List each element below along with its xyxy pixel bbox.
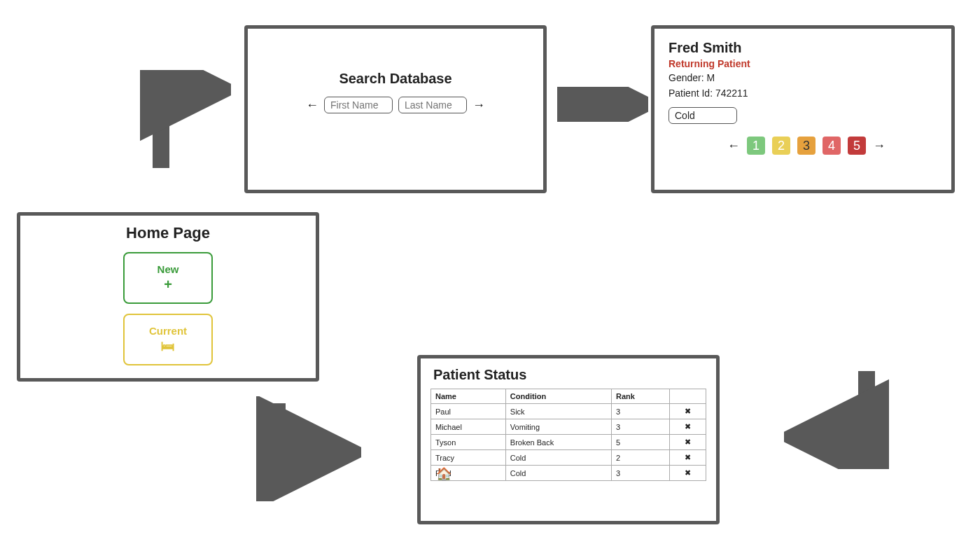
flow-arrow-home-to-search — [140, 70, 231, 175]
status-title: Patient Status — [433, 367, 716, 383]
last-name-input[interactable] — [398, 97, 467, 113]
patient-gender: Gender: M — [668, 72, 715, 83]
flow-arrow-detail-to-status — [784, 364, 889, 469]
table-row: FredCold3✖ — [431, 466, 706, 481]
current-patients-button[interactable]: Current 🛏 — [123, 314, 213, 365]
condition-input[interactable] — [668, 107, 737, 124]
rank-2-button[interactable]: 2 — [772, 137, 790, 155]
search-database-panel: Search Database ← → — [244, 25, 547, 193]
cell-condition: Sick — [505, 404, 611, 419]
cell-name: Paul — [431, 404, 506, 419]
rank-next-arrow-icon[interactable]: → — [873, 139, 886, 153]
cell-condition: Cold — [505, 450, 611, 466]
home-title: Home Page — [20, 224, 316, 242]
bed-icon: 🛏 — [161, 338, 175, 354]
delete-row-icon[interactable]: ✖ — [669, 435, 706, 450]
rank-prev-arrow-icon[interactable]: ← — [727, 139, 740, 153]
patient-id: Patient Id: 742211 — [668, 88, 748, 99]
table-row: TysonBroken Back5✖ — [431, 435, 706, 450]
plus-icon: + — [164, 277, 172, 293]
patient-name: Fred Smith — [668, 40, 741, 56]
cell-name: Michael — [431, 419, 506, 435]
col-rank: Rank — [611, 389, 669, 404]
new-label: New — [158, 263, 179, 275]
status-table: Name Condition Rank PaulSick3✖MichaelVom… — [430, 389, 706, 481]
search-title: Search Database — [248, 71, 543, 87]
table-row: PaulSick3✖ — [431, 404, 706, 419]
patient-detail-panel: Fred Smith Returning Patient Gender: M P… — [651, 25, 955, 193]
cell-condition: Broken Back — [505, 435, 611, 450]
cell-name: Tracy — [431, 450, 506, 466]
home-icon[interactable]: 🏠 — [436, 466, 451, 482]
current-label: Current — [149, 325, 187, 337]
first-name-input[interactable] — [324, 97, 393, 113]
delete-row-icon[interactable]: ✖ — [669, 450, 706, 466]
flow-arrow-home-to-status — [256, 396, 361, 501]
col-condition: Condition — [505, 389, 611, 404]
cell-rank: 3 — [611, 419, 669, 435]
col-name: Name — [431, 389, 506, 404]
patient-status-panel: Patient Status Name Condition Rank PaulS… — [417, 355, 720, 524]
search-next-arrow-icon[interactable]: → — [472, 98, 485, 113]
table-row: MichaelVomiting3✖ — [431, 419, 706, 435]
delete-row-icon[interactable]: ✖ — [669, 466, 706, 481]
delete-row-icon[interactable]: ✖ — [669, 419, 706, 435]
cell-rank: 2 — [611, 450, 669, 466]
cell-rank: 3 — [611, 404, 669, 419]
patient-status: Returning Patient — [668, 58, 750, 69]
flow-arrow-search-to-detail — [557, 87, 648, 122]
cell-rank: 5 — [611, 435, 669, 450]
rank-4-button[interactable]: 4 — [822, 137, 841, 155]
col-delete — [669, 389, 706, 404]
rank-5-button[interactable]: 5 — [848, 137, 866, 155]
rank-1-button[interactable]: 1 — [747, 137, 765, 155]
search-back-arrow-icon[interactable]: ← — [306, 98, 318, 113]
cell-condition: Cold — [505, 466, 611, 481]
delete-row-icon[interactable]: ✖ — [669, 404, 706, 419]
cell-condition: Vomiting — [505, 419, 611, 435]
cell-name: Tyson — [431, 435, 506, 450]
rank-3-button[interactable]: 3 — [797, 137, 816, 155]
home-page-panel: Home Page New + Current 🛏 — [17, 212, 319, 382]
table-header-row: Name Condition Rank — [431, 389, 706, 404]
table-row: TracyCold2✖ — [431, 450, 706, 466]
cell-rank: 3 — [611, 466, 669, 481]
new-patient-button[interactable]: New + — [123, 252, 213, 304]
rank-selector: ← 1 2 3 4 5 → — [727, 137, 886, 155]
